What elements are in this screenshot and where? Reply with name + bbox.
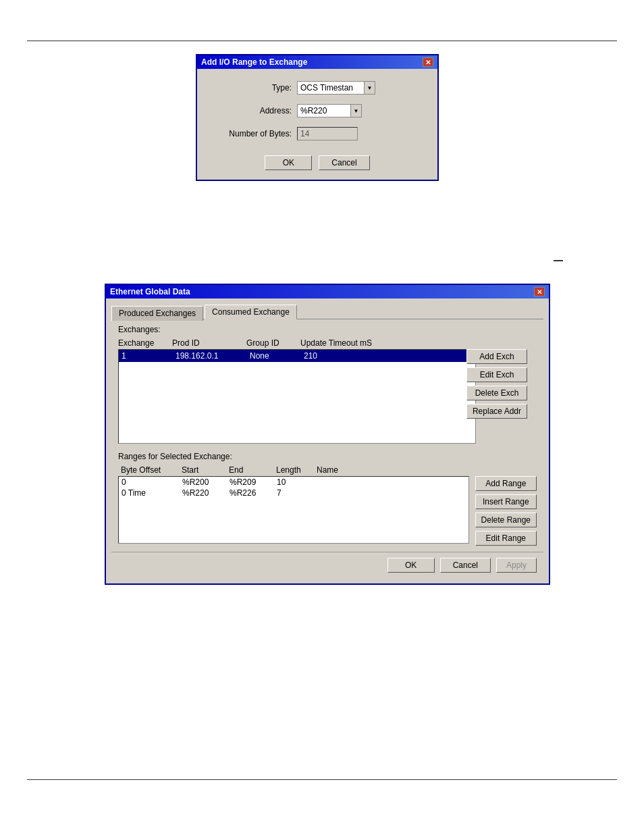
- range-table-section: 0 %R200 %R209 10 0 Time %R220 %R226 7: [118, 476, 537, 544]
- cell-name-1: [317, 488, 371, 498]
- edit-range-button[interactable]: Edit Range: [475, 531, 537, 546]
- bytes-label: Number of Bytes:: [211, 129, 292, 138]
- address-label: Address:: [211, 106, 292, 115]
- col-header-end: End: [229, 465, 276, 475]
- egd-titlebar: Ethernet Global Data ✕: [106, 285, 549, 298]
- egd-title: Ethernet Global Data: [110, 287, 190, 296]
- top-rule: [27, 41, 617, 41]
- cell-name-0: [317, 477, 371, 487]
- cell-exchange-0: 1: [122, 351, 176, 361]
- minimize-dash: [554, 260, 563, 261]
- io-ok-button[interactable]: OK: [265, 155, 312, 170]
- egd-apply-button: Apply: [496, 558, 537, 573]
- cell-start-0: %R200: [182, 477, 230, 487]
- io-dialog-title: Add I/O Range to Exchange: [201, 57, 307, 67]
- delete-exch-button[interactable]: Delete Exch: [466, 386, 527, 400]
- address-input[interactable]: [297, 104, 351, 118]
- col-header-name: Name: [317, 465, 371, 475]
- tab-produced-exchanges[interactable]: Produced Exchanges: [111, 306, 203, 321]
- bytes-input: [297, 127, 358, 140]
- cell-offset-0: 0: [122, 477, 182, 487]
- io-dialog-buttons: OK Cancel: [211, 150, 424, 170]
- bottom-rule: [27, 779, 617, 780]
- io-cancel-button[interactable]: Cancel: [319, 155, 369, 170]
- address-row: Address: ▼: [211, 104, 424, 118]
- page-container: Add I/O Range to Exchange ✕ Type: ▼ Addr…: [0, 0, 644, 834]
- egd-close-button[interactable]: ✕: [534, 287, 545, 296]
- replace-addr-button[interactable]: Replace Addr: [466, 404, 527, 419]
- cell-prodid-0: 198.162.0.1: [176, 351, 250, 361]
- exchange-section: 1 198.162.0.1 None 210 Add Exch Edit Exc…: [118, 349, 537, 444]
- io-dialog-titlebar: Add I/O Range to Exchange ✕: [197, 55, 437, 69]
- address-dropdown-arrow[interactable]: ▼: [351, 104, 362, 118]
- exchange-table-header: Exchange Prod ID Group ID Update Timeout…: [118, 337, 537, 349]
- ranges-section: Ranges for Selected Exchange: Byte Offse…: [118, 452, 537, 544]
- col-header-start: Start: [182, 465, 229, 475]
- egd-cancel-button[interactable]: Cancel: [440, 558, 491, 573]
- range-table-header: Byte Offset Start End Length Name: [118, 464, 537, 476]
- col-header-groupid: Group ID: [246, 338, 300, 348]
- bytes-row: Number of Bytes:: [211, 127, 424, 140]
- range-row-1[interactable]: 0 Time %R220 %R226 7: [119, 488, 468, 498]
- col-header-timeout: Update Timeout mS: [300, 338, 381, 348]
- range-right-buttons: Add Range Insert Range Delete Range Edit…: [475, 476, 537, 546]
- type-label: Type:: [211, 83, 292, 93]
- io-close-button[interactable]: ✕: [423, 57, 433, 67]
- egd-footer: OK Cancel Apply: [111, 552, 543, 578]
- col-header-length: Length: [276, 465, 317, 475]
- ranges-label: Ranges for Selected Exchange:: [118, 452, 537, 461]
- col-header-prodid: Prod ID: [172, 338, 246, 348]
- delete-range-button[interactable]: Delete Range: [475, 513, 537, 527]
- io-dialog: Add I/O Range to Exchange ✕ Type: ▼ Addr…: [196, 54, 439, 181]
- exchanges-label: Exchanges:: [118, 325, 537, 334]
- cell-length-0: 10: [277, 477, 317, 487]
- cell-start-1: %R220: [182, 488, 230, 498]
- type-input[interactable]: [297, 81, 365, 95]
- io-dialog-body: Type: ▼ Address: ▼ Number of Bytes:: [197, 69, 437, 180]
- cell-end-0: %R209: [230, 477, 277, 487]
- col-header-exchange: Exchange: [118, 338, 172, 348]
- cell-length-1: 7: [277, 488, 317, 498]
- egd-dialog: Ethernet Global Data ✕ Produced Exchange…: [105, 284, 550, 585]
- exchange-right-buttons: Add Exch Edit Exch Delete Exch Replace A…: [466, 349, 527, 419]
- edit-exch-button[interactable]: Edit Exch: [466, 367, 527, 382]
- exchange-row-0[interactable]: 1 198.162.0.1 None 210: [119, 350, 475, 362]
- type-dropdown-arrow[interactable]: ▼: [365, 81, 375, 95]
- cell-groupid-0: None: [250, 351, 304, 361]
- ranges-table[interactable]: 0 %R200 %R209 10 0 Time %R220 %R226 7: [118, 476, 469, 544]
- exchange-table[interactable]: 1 198.162.0.1 None 210: [118, 349, 476, 444]
- tab-consumed-exchange[interactable]: Consumed Exchange: [205, 305, 297, 319]
- cell-timeout-0: 210: [304, 351, 385, 361]
- insert-range-button[interactable]: Insert Range: [475, 494, 537, 509]
- add-range-button[interactable]: Add Range: [475, 476, 537, 491]
- egd-tabs: Produced Exchanges Consumed Exchange: [111, 304, 549, 319]
- cell-end-1: %R226: [230, 488, 277, 498]
- type-combo[interactable]: ▼: [297, 81, 375, 95]
- range-row-0[interactable]: 0 %R200 %R209 10: [119, 477, 468, 488]
- type-row: Type: ▼: [211, 81, 424, 95]
- add-exch-button[interactable]: Add Exch: [466, 349, 527, 364]
- egd-ok-button[interactable]: OK: [387, 558, 435, 573]
- egd-body: Exchanges: Exchange Prod ID Group ID Upd…: [111, 319, 543, 549]
- address-combo[interactable]: ▼: [297, 104, 362, 118]
- col-header-byteoffset: Byte Offset: [121, 465, 182, 475]
- cell-offset-1: 0 Time: [122, 488, 182, 498]
